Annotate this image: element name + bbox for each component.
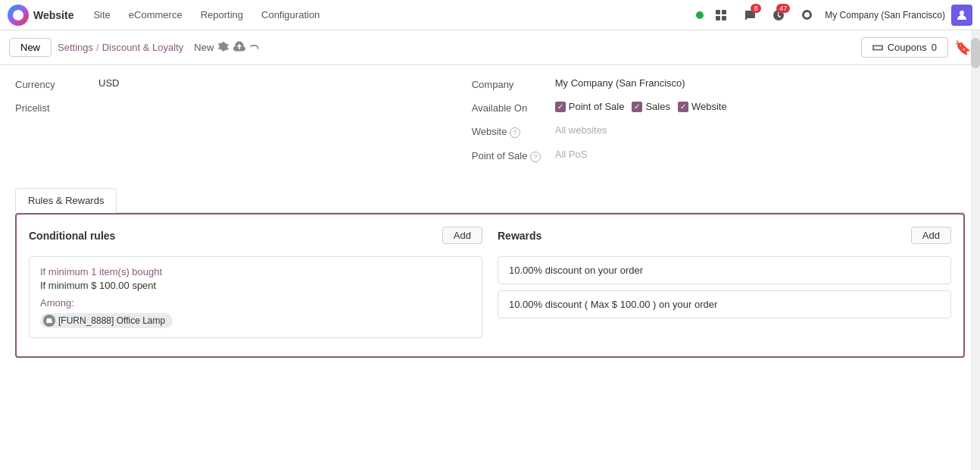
logo: Website xyxy=(8,5,73,26)
available-on-row: Available On ✓ Point of Sale ✓ xyxy=(472,101,965,114)
coupons-label: Coupons xyxy=(888,42,927,53)
company-row: Company My Company (San Francisco) xyxy=(472,77,965,90)
user-avatar[interactable] xyxy=(951,5,972,26)
form-left: Currency USD Pricelist xyxy=(15,77,426,173)
settings-icon-btn[interactable] xyxy=(796,4,819,27)
status-dot xyxy=(696,11,704,19)
secondary-bar: New Settings / Discount & Loyalty New xyxy=(0,30,980,65)
messages-icon-btn[interactable]: 8 xyxy=(738,4,761,27)
currency-value: USD xyxy=(98,77,119,89)
website-value: All websites xyxy=(555,124,607,136)
settings-gear-icon[interactable] xyxy=(218,41,229,54)
conditional-rules-add-button[interactable]: Add xyxy=(442,227,482,244)
among-label: Among: xyxy=(40,297,471,309)
messages-badge: 8 xyxy=(751,4,761,13)
activities-badge: 47 xyxy=(776,4,790,13)
tabs: Rules & Rewards xyxy=(15,188,965,213)
brand-name: Website xyxy=(33,9,73,21)
nav-item-configuration[interactable]: Configuration xyxy=(254,6,327,24)
product-tag-label: [FURN_8888] Office Lamp xyxy=(58,315,165,326)
nav-item-ecommerce[interactable]: eCommerce xyxy=(121,6,190,24)
main-content: Currency USD Pricelist Company My Compan… xyxy=(0,65,980,468)
website-field-label: Website ? xyxy=(472,124,555,138)
breadcrumb-discount-loyalty[interactable]: Discount & Loyalty xyxy=(102,42,184,53)
website-label: Website xyxy=(691,101,727,112)
pos-row: Point of Sale ? All PoS xyxy=(472,149,965,162)
coupons-button[interactable]: Coupons 0 xyxy=(861,37,948,58)
company-value: My Company (San Francisco) xyxy=(555,77,685,89)
sales-check-box: ✓ xyxy=(632,102,642,112)
rule-card: If minimum 1 item(s) bought If minimum $… xyxy=(29,256,482,338)
pricelist-label: Pricelist xyxy=(15,101,98,114)
tab-rules-rewards[interactable]: Rules & Rewards xyxy=(15,188,117,213)
company-name: My Company (San Francisco) xyxy=(825,10,945,20)
available-on-options: ✓ Point of Sale ✓ Sales ✓ xyxy=(555,101,727,112)
grid-icon-btn[interactable] xyxy=(710,4,732,27)
pos-value: All PoS xyxy=(555,149,588,160)
conditional-rules-col: Conditional rules Add If minimum 1 item(… xyxy=(29,227,482,344)
form-right: Company My Company (San Francisco) Avail… xyxy=(472,77,965,173)
reward-card-2: 10.00% discount ( Max $ 100.00 ) on your… xyxy=(498,290,951,318)
product-icon xyxy=(43,315,55,327)
breadcrumb-settings[interactable]: Settings xyxy=(58,42,93,53)
pos-help-icon[interactable]: ? xyxy=(530,152,541,162)
form-section: Currency USD Pricelist Company My Compan… xyxy=(15,77,965,173)
rewards-add-button[interactable]: Add xyxy=(911,227,951,244)
bar-icons: New xyxy=(194,41,261,54)
rules-rewards-section: Conditional rules Add If minimum 1 item(… xyxy=(15,213,965,358)
scrollbar-thumb[interactable] xyxy=(971,38,980,68)
bookmark-icon[interactable]: 🔖 xyxy=(954,39,971,56)
activities-icon-btn[interactable]: 47 xyxy=(767,4,790,27)
undo-icon[interactable] xyxy=(250,41,261,54)
pos-field-label: Point of Sale ? xyxy=(472,149,555,162)
company-label: Company xyxy=(472,77,555,90)
nav-item-reporting[interactable]: Reporting xyxy=(193,6,251,24)
rewards-col: Rewards Add 10.00% discount on your orde… xyxy=(498,227,951,344)
rule-line-2: If minimum $ 100.00 spent xyxy=(40,280,471,291)
svg-rect-3 xyxy=(722,16,726,20)
sales-checkbox[interactable]: ✓ Sales xyxy=(632,101,670,112)
rewards-header: Rewards Add xyxy=(498,227,951,244)
coupons-count: 0 xyxy=(932,42,937,53)
new-button[interactable]: New xyxy=(9,38,51,57)
website-check-box: ✓ xyxy=(678,102,688,112)
pricelist-row: Pricelist xyxy=(15,101,426,114)
rewards-title: Rewards xyxy=(498,230,541,242)
pos-checkbox[interactable]: ✓ Point of Sale xyxy=(555,101,625,112)
conditional-rules-header: Conditional rules Add xyxy=(29,227,482,244)
navbar-actions: 8 47 My Company (San Francisco) xyxy=(696,4,972,27)
currency-label: Currency xyxy=(15,77,98,90)
website-help-icon[interactable]: ? xyxy=(510,127,520,138)
conditional-rules-title: Conditional rules xyxy=(29,230,115,242)
navbar-menu: Site eCommerce Reporting Configuration xyxy=(86,6,327,24)
logo-icon xyxy=(8,5,29,26)
scrollbar-track xyxy=(971,30,980,470)
svg-rect-1 xyxy=(722,10,726,14)
pos-label: Point of Sale xyxy=(569,101,625,112)
navbar: Website Site eCommerce Reporting Configu… xyxy=(0,0,980,30)
breadcrumb: Settings / Discount & Loyalty xyxy=(58,42,183,53)
pos-check-box: ✓ xyxy=(555,102,566,112)
reward-1-text: 10.00% discount on your order xyxy=(509,265,643,276)
svg-rect-2 xyxy=(716,16,720,20)
svg-point-4 xyxy=(960,11,964,15)
reward-2-text: 10.00% discount ( Max $ 100.00 ) on your… xyxy=(509,299,717,310)
svg-rect-0 xyxy=(716,10,720,14)
website-row: Website ? All websites xyxy=(472,124,965,138)
rule-line-1: If minimum 1 item(s) bought xyxy=(40,266,471,277)
currency-row: Currency USD xyxy=(15,77,426,90)
sales-label: Sales xyxy=(645,101,670,112)
reward-card-1: 10.00% discount on your order xyxy=(498,256,951,284)
available-on-label: Available On xyxy=(472,101,555,114)
cloud-upload-icon[interactable] xyxy=(233,41,245,54)
nav-item-site[interactable]: Site xyxy=(86,6,117,24)
breadcrumb-separator: / xyxy=(96,42,99,53)
product-tag[interactable]: [FURN_8888] Office Lamp xyxy=(40,313,173,328)
website-checkbox[interactable]: ✓ Website xyxy=(678,101,727,112)
breadcrumb-new: New xyxy=(194,42,214,53)
